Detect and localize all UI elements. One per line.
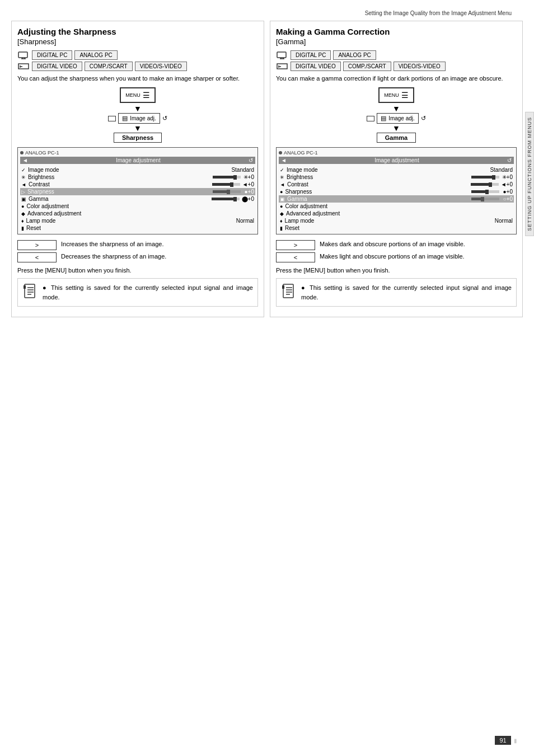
left-small-monitor [108,116,116,121]
left-increase-btn[interactable]: > [17,240,57,250]
right-item4-label: Gamma [287,196,469,202]
right-img-adj-row: ▤ Image adj. ↺ [367,113,426,124]
right-action-decrease: < Makes light and obscure portions of an… [276,252,517,262]
left-item1-value: ✳+0 [243,174,254,180]
right-menu-item-8: ▮ Reset [279,224,514,232]
right-small-monitor [367,116,374,121]
right-image-adj-label: Image adj. [388,115,415,121]
left-menu-item-3: ▷ Sharpness ●+0 [20,188,255,195]
right-note-icon [281,283,297,300]
left-decrease-desc: Decreases the sharpness of an image. [61,252,258,261]
right-decrease-btn[interactable]: < [276,252,315,262]
left-analog-pc-btn[interactable]: ANALOG PC [74,50,117,60]
left-digital-video-btn[interactable]: DIGITAL VIDEO [32,62,82,71]
left-comp-scart-btn[interactable]: COMP./SCART [85,62,133,71]
right-digital-pc-btn[interactable]: DIGITAL PC [291,50,331,60]
left-note-text: ●This setting is saved for the currently… [43,283,253,302]
right-dot [279,151,282,154]
right-item4-value: ○+0 [502,196,513,202]
left-decrease-btn[interactable]: < [17,252,57,262]
left-analog-label: ANALOG PC-1 [20,150,255,156]
page-header: Setting the Image Quality from the Image… [0,0,534,21]
left-item0-label: Image mode [28,167,229,173]
right-item7-value: Normal [495,218,513,224]
left-menu-item-8: ▮ Reset [20,224,255,232]
left-image-adj-title: Image adjustment [116,157,161,163]
right-menu-title-bar: ◄ Image adjustment ↺ [279,157,514,164]
right-arrow2: ▼ [392,124,400,132]
right-menu-item-5: ● Color adjustment [279,203,514,210]
right-item7-icon: ♦ [280,218,283,224]
right-video-svideo-btn[interactable]: VIDEO/S-VIDEO [394,62,446,71]
right-panel-title: Making a Gamma Correction [276,27,517,36]
header-text: Setting the Image Quality from the Image… [365,10,512,16]
right-item2-label: Contrast [287,181,469,187]
svg-rect-13 [277,52,286,58]
left-menu-item-4: ▣ Gamma ⬤+0 [20,195,255,203]
right-item2-value: ◄+0 [501,181,513,187]
right-item5-icon: ● [280,204,283,209]
left-digital-pc-btn[interactable]: DIGITAL PC [32,50,72,60]
left-signal-row2: DIGITAL VIDEO COMP./SCART VIDEO/S-VIDEO [17,62,258,71]
right-menu-item-6: ◆ Advanced adjustment [279,210,514,217]
left-panel-subtitle: [Sharpness] [17,37,258,46]
right-menu-item-1: ✳ Brightness ✳+0 [279,173,514,181]
right-increase-btn[interactable]: > [276,240,315,250]
left-note-box: ●This setting is saved for the currently… [17,278,258,307]
left-item2-label: Contrast [29,181,210,187]
left-item4-slider [212,198,240,200]
left-dot [20,151,24,154]
right-signal-row2: DIGITAL VIDEO COMP./SCART VIDEO/S-VIDEO [276,62,517,71]
svg-rect-7 [25,284,35,298]
right-menu-item-4: ▣ Gamma ○+0 [279,195,514,203]
main-content: Adjusting the Sharpness [Sharpness] DIGI… [0,21,534,317]
right-action-rows: > Makes dark and obscure portions of an … [276,240,517,262]
right-menu-label: MENU [384,92,399,98]
left-menu-label: MENU [125,92,140,98]
right-item3-slider [471,190,499,193]
right-note-content: This setting is saved for the currently … [301,284,512,300]
right-menu-close-icon: ↺ [507,157,512,163]
right-slider1-track [471,176,499,179]
right-item4-slider [471,198,499,200]
right-description: You can make a gamma correction if light… [276,74,517,83]
right-item0-icon: ✓ [280,167,284,173]
right-analog-pc-btn[interactable]: ANALOG PC [333,50,376,60]
left-action-rows: > Increases the sharpness of an image. <… [17,240,258,262]
left-item5-icon: ● [21,204,24,209]
page-number: 91 [495,736,510,745]
left-item0-value: Standard [231,167,254,173]
right-item1-slider [471,176,499,179]
right-item0-value: Standard [490,167,513,173]
right-menu-back-icon: ◄ [281,157,287,163]
right-monitor-icon2 [276,62,288,71]
right-increase-desc: Makes dark and obscure portions of an im… [320,240,517,248]
right-item6-icon: ◆ [280,211,284,217]
left-menu-item-7: ♦ Lamp mode Normal [20,217,255,224]
left-arrow2: ▼ [134,124,142,132]
left-menu-close-icon: ↺ [249,157,253,163]
left-menu-back-icon: ◄ [22,157,28,163]
left-video-svideo-btn[interactable]: VIDEO/S-VIDEO [135,62,187,71]
left-slider2-track [212,183,240,186]
right-item5-label: Color adjustment [285,203,513,209]
left-signal-buttons: DIGITAL PC ANALOG PC DIGITAL VIDEO COMP.… [17,50,258,71]
right-digital-video-btn[interactable]: DIGITAL VIDEO [291,62,341,71]
left-menu-item-0: ✓ Image mode Standard [20,166,255,173]
page-number-area: 91 ▮ [495,736,517,745]
left-refresh-icon: ↺ [162,115,167,122]
left-item5-label: Color adjustment [26,203,254,209]
right-refresh-icon: ↺ [421,115,426,122]
left-item8-icon: ▮ [21,226,24,231]
svg-rect-21 [282,285,284,289]
right-item1-icon: ✳ [280,175,284,180]
left-item4-label: Gamma [29,196,209,202]
right-image-adj-box: ▤ Image adj. [377,113,419,124]
left-item2-value: ◄+0 [242,181,254,187]
right-comp-scart-btn[interactable]: COMP./SCART [343,62,391,71]
right-item2-slider [471,183,499,186]
right-slider4-track [471,198,499,200]
right-signal-row1: DIGITAL PC ANALOG PC [276,50,517,60]
right-item4-icon: ▣ [280,196,285,202]
left-signal-row1: DIGITAL PC ANALOG PC [17,50,258,60]
